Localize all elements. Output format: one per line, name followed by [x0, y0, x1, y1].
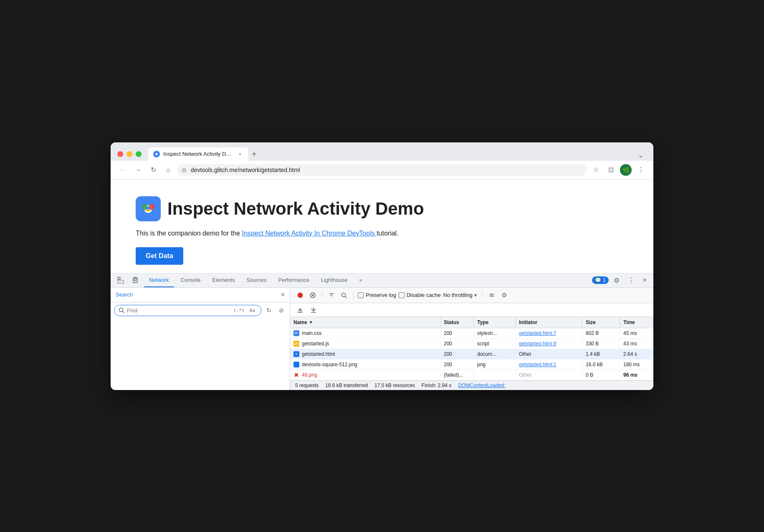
home-button[interactable]: ⌂ [162, 164, 174, 176]
badge-icon: 💬 [595, 277, 601, 283]
tab-console[interactable]: Console [176, 274, 206, 287]
preserve-log-label: Preserve log [366, 292, 396, 298]
col-header-status[interactable]: Status [440, 317, 474, 328]
col-header-size[interactable]: Size [582, 317, 620, 328]
devtools-more-icon[interactable]: ⋮ [625, 274, 638, 287]
find-input[interactable] [127, 307, 229, 314]
tab-favicon [153, 151, 160, 157]
settings-network-icon[interactable]: ⚙ [499, 290, 509, 300]
throttle-arrow: ▼ [473, 293, 478, 298]
search-sidebar: Search × (.*) Aa [111, 288, 290, 390]
table-row[interactable]: JS getstarted.js 200 script getstarted.h… [290, 339, 653, 349]
svg-point-11 [298, 293, 303, 298]
back-button[interactable]: ← [117, 164, 129, 176]
cell-size: 1.4 kB [582, 349, 620, 359]
network-panel: Search × (.*) Aa [111, 288, 653, 390]
description-post: tutorial. [377, 230, 398, 237]
tab-more[interactable]: » [354, 274, 367, 287]
devtools-close-icon[interactable]: × [640, 274, 650, 286]
table-row[interactable]: ≡ getstarted.html 200 docum... Other 1.4… [290, 349, 653, 360]
cell-status: (failed)... [440, 370, 474, 380]
address-security-icon: ⊙ [182, 167, 187, 173]
maximize-button[interactable] [136, 151, 142, 157]
cell-type: docum... [474, 349, 516, 359]
wifi-icon[interactable]: ≋ [487, 290, 497, 300]
description-pre: This is the companion demo for the [136, 230, 242, 237]
forward-button[interactable]: → [132, 164, 144, 176]
cell-time: 2.64 s [620, 349, 653, 359]
col-header-initiator[interactable]: Initiator [516, 317, 582, 328]
cell-initiator: getstarted.html:7 [516, 328, 582, 338]
chrome-menu-icon[interactable]: ⋮ [635, 164, 647, 176]
search-network-button[interactable] [339, 290, 349, 300]
col-header-name[interactable]: Name ▼ [290, 317, 440, 328]
disable-cache-checkbox[interactable]: Disable cache [399, 292, 441, 298]
find-clear-button[interactable]: ⊘ [276, 305, 286, 315]
import-har-button[interactable] [295, 305, 305, 315]
devtools-settings-icon[interactable]: ⚙ [610, 274, 623, 287]
table-row[interactable]: ✖ 48.png (failed)... Other 0 B 96 ms [290, 370, 653, 380]
tutorial-link[interactable]: Inspect Network Activity In Chrome DevTo… [242, 230, 377, 237]
tab-network[interactable]: Network [144, 274, 174, 287]
close-button[interactable] [117, 151, 123, 157]
status-dom-content[interactable]: DOMContentLoaded: [458, 383, 505, 388]
new-tab-button[interactable]: + [248, 148, 260, 161]
record-stop-button[interactable] [295, 290, 305, 300]
cell-time: 43 ms [620, 339, 653, 349]
address-input[interactable] [177, 164, 587, 176]
find-search-icon [119, 307, 124, 313]
case-sensitive-option[interactable]: Aa [248, 307, 257, 314]
minimize-button[interactable] [126, 151, 132, 157]
cell-status: 200 [440, 349, 474, 359]
regex-option[interactable]: (.*) [232, 307, 246, 314]
cell-type: stylesh... [474, 328, 516, 338]
svg-line-10 [123, 312, 124, 313]
find-input-row: (.*) Aa ↻ ⊘ [111, 302, 290, 319]
file-icon-js: JS [293, 341, 299, 347]
get-data-button[interactable]: Get Data [136, 247, 183, 265]
reload-button[interactable]: ↻ [147, 164, 159, 176]
address-bar: ← → ↻ ⌂ ⊙ ☆ ⊡ 🌿 ⋮ [111, 161, 653, 180]
browser-tab[interactable]: Inspect Network Activity Dem × [148, 147, 248, 161]
cell-name: ✖ 48.png [290, 370, 440, 380]
tab-lighthouse[interactable]: Lighthouse [316, 274, 353, 287]
device-toolbar-icon[interactable] [129, 274, 142, 286]
toolbar-icons: ☆ ⊡ 🌿 ⋮ [590, 164, 647, 176]
extensions-icon[interactable]: ⊡ [605, 164, 617, 176]
table-row[interactable]: devtools-square-512.png 200 png getstart… [290, 360, 653, 370]
clear-network-button[interactable] [308, 290, 318, 300]
traffic-lights [117, 151, 142, 157]
inspect-element-icon[interactable] [114, 274, 127, 286]
find-refresh-button[interactable]: ↻ [264, 305, 274, 315]
network-toolbar: Preserve log Disable cache No throttling… [290, 288, 653, 303]
preserve-log-checkbox[interactable]: Preserve log [358, 292, 396, 298]
cell-initiator: getstarted.html:1 [516, 360, 582, 370]
network-status-bar: 5 requests 18.6 kB transferred 17.5 kB r… [290, 380, 653, 390]
tab-chevron[interactable]: ⌄ [635, 149, 647, 161]
table-row[interactable]: ✏ main.css 200 stylesh... getstarted.htm… [290, 328, 653, 339]
cell-size: 802 B [582, 328, 620, 338]
badge-count: 1 [603, 277, 606, 283]
export-har-button[interactable] [309, 305, 319, 315]
page-title: Inspect Network Activity Demo [167, 199, 424, 219]
tab-elements[interactable]: Elements [207, 274, 240, 287]
filter-button[interactable] [326, 290, 336, 300]
col-header-time[interactable]: Time [620, 317, 653, 328]
network-table-header: Name ▼ Status Type Initiator [290, 317, 653, 328]
search-close-button[interactable]: × [281, 291, 285, 299]
find-options: (.*) Aa [232, 307, 257, 314]
tab-sources[interactable]: Sources [242, 274, 272, 287]
cell-time: 96 ms [620, 370, 653, 380]
cell-status: 200 [440, 328, 474, 338]
tab-close-button[interactable]: × [237, 151, 243, 157]
bookmark-icon[interactable]: ☆ [590, 164, 602, 176]
cell-name: ✏ main.css [290, 328, 440, 338]
tab-performance[interactable]: Performance [273, 274, 314, 287]
profile-avatar[interactable]: 🌿 [620, 164, 632, 176]
console-badge[interactable]: 💬 1 [592, 276, 609, 284]
throttle-selector[interactable]: No throttling ▼ [443, 292, 478, 298]
col-header-type[interactable]: Type [474, 317, 516, 328]
page-title-row: Inspect Network Activity Demo [136, 196, 628, 221]
cell-initiator: Other [516, 370, 582, 380]
status-finish: Finish: 2.94 s [422, 383, 451, 388]
